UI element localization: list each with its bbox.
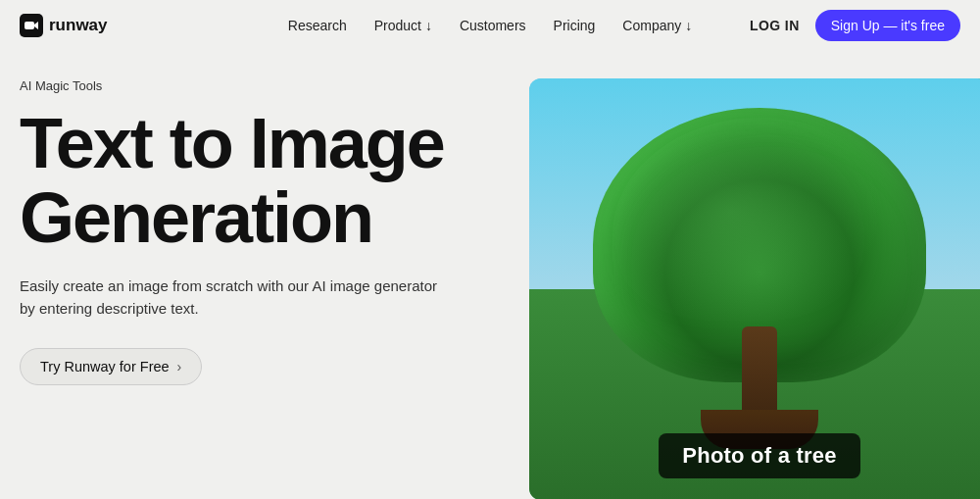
hero-title-line2: Generation [20,178,372,257]
nav-company[interactable]: Company ↓ [622,18,692,33]
signup-button[interactable]: Sign Up — it's free [815,10,960,41]
login-button[interactable]: LOG IN [750,18,800,33]
hero-left: AI Magic Tools Text to Image Generation … [20,78,490,385]
logo-icon [20,14,43,37]
logo[interactable]: runway [20,14,108,37]
hero-title: Text to Image Generation [20,107,490,255]
main-content: AI Magic Tools Text to Image Generation … [0,51,980,499]
try-runway-button[interactable]: Try Runway for Free › [20,348,202,385]
cta-label: Try Runway for Free [40,359,170,374]
image-caption-container: Photo of a tree [529,433,980,478]
nav-pricing[interactable]: Pricing [554,18,596,33]
nav-research[interactable]: Research [288,18,347,33]
image-caption-text: Photo of a tree [659,433,859,478]
logo-text: runway [49,16,108,35]
hero-title-line1: Text to Image [20,104,444,182]
arrow-icon: › [177,359,182,374]
breadcrumb: AI Magic Tools [20,78,490,93]
hero-right: Photo of a tree [529,78,980,499]
hero-image: Photo of a tree [529,78,980,499]
nav-right: LOG IN Sign Up — it's free [750,10,960,41]
nav-customers[interactable]: Customers [460,18,526,33]
nav-links: Research Product ↓ Customers Pricing Com… [288,18,692,33]
navbar: runway Research Product ↓ Customers Pric… [0,0,980,51]
svg-rect-0 [24,22,34,29]
nav-product[interactable]: Product ↓ [374,18,432,33]
hero-description: Easily create an image from scratch with… [20,274,441,321]
